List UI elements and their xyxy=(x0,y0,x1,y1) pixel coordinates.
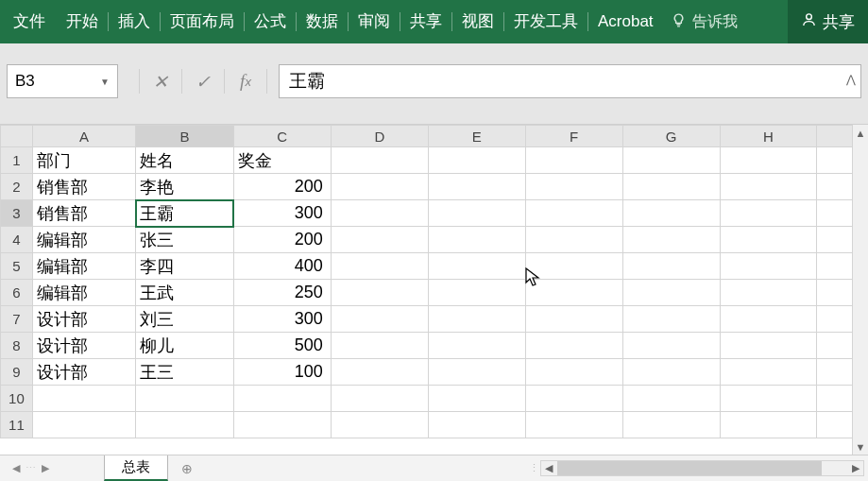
cell[interactable] xyxy=(525,412,622,438)
sheet-tab[interactable]: 总表 xyxy=(104,455,168,481)
cell[interactable] xyxy=(331,227,428,253)
cell[interactable] xyxy=(331,386,428,412)
cell[interactable] xyxy=(428,227,525,253)
row-header-9[interactable]: 9 xyxy=(1,359,33,386)
cell[interactable] xyxy=(525,147,622,174)
cell[interactable] xyxy=(720,412,817,438)
col-header-G[interactable]: G xyxy=(622,126,720,147)
nav-last-icon[interactable]: ▶ xyxy=(42,462,49,474)
cell[interactable]: 200 xyxy=(233,227,331,253)
row-header-3[interactable]: 3 xyxy=(1,200,33,227)
cell[interactable] xyxy=(525,200,622,227)
ribbon-tab-0[interactable]: 开始 xyxy=(59,0,106,43)
row-header-10[interactable]: 10 xyxy=(1,386,33,412)
cell[interactable] xyxy=(622,227,720,253)
cell[interactable] xyxy=(233,412,331,438)
cell[interactable] xyxy=(622,359,720,386)
cell[interactable] xyxy=(622,253,720,280)
horizontal-scrollbar[interactable]: ⋮ ◀ ▶ xyxy=(206,455,868,481)
cell[interactable] xyxy=(720,386,817,412)
ribbon-tab-2[interactable]: 页面布局 xyxy=(162,0,242,43)
ribbon-tab-1[interactable]: 插入 xyxy=(111,0,158,43)
cell[interactable]: 编辑部 xyxy=(32,227,135,253)
cell[interactable]: 400 xyxy=(233,253,331,280)
cell[interactable] xyxy=(331,333,428,359)
cell[interactable] xyxy=(428,147,525,174)
cell[interactable]: 李艳 xyxy=(136,174,233,200)
share-button[interactable]: 共享 xyxy=(788,0,868,43)
new-sheet-button[interactable]: ⊕ xyxy=(168,455,206,481)
cell[interactable] xyxy=(525,359,622,386)
cell[interactable] xyxy=(428,386,525,412)
cell[interactable] xyxy=(428,359,525,386)
cell[interactable]: 编辑部 xyxy=(32,280,135,306)
col-header-A[interactable]: A xyxy=(32,126,135,147)
cell[interactable] xyxy=(233,386,331,412)
cell[interactable]: 张三 xyxy=(136,227,233,253)
row-header-5[interactable]: 5 xyxy=(1,253,33,280)
cancel-formula-button[interactable]: ✕ xyxy=(140,64,181,98)
scroll-up-icon[interactable]: ▲ xyxy=(853,125,868,141)
cell[interactable] xyxy=(720,359,817,386)
cell[interactable] xyxy=(428,412,525,438)
row-header-1[interactable]: 1 xyxy=(1,147,33,174)
cell[interactable] xyxy=(331,253,428,280)
col-header-E[interactable]: E xyxy=(428,126,525,147)
vertical-scrollbar[interactable]: ▲ ▼ xyxy=(852,125,868,455)
cell[interactable]: 设计部 xyxy=(32,359,135,386)
row-header-2[interactable]: 2 xyxy=(1,174,33,200)
cell[interactable] xyxy=(622,174,720,200)
cell[interactable]: 编辑部 xyxy=(32,253,135,280)
cell[interactable] xyxy=(720,333,817,359)
cell[interactable] xyxy=(720,253,817,280)
file-tab[interactable]: 文件 xyxy=(0,0,59,43)
cell[interactable]: 设计部 xyxy=(32,333,135,359)
cell[interactable] xyxy=(720,200,817,227)
row-header-7[interactable]: 7 xyxy=(1,306,33,333)
ribbon-tab-3[interactable]: 公式 xyxy=(247,0,294,43)
cell[interactable]: 250 xyxy=(233,280,331,306)
cell[interactable] xyxy=(622,280,720,306)
cell[interactable]: 设计部 xyxy=(32,306,135,333)
cell[interactable] xyxy=(720,227,817,253)
cell[interactable]: 300 xyxy=(233,200,331,227)
cell[interactable] xyxy=(136,412,233,438)
tab-nav[interactable]: ◀ ⋯ ▶ xyxy=(0,455,104,481)
cell[interactable]: 300 xyxy=(233,306,331,333)
cell[interactable] xyxy=(331,359,428,386)
cell[interactable] xyxy=(622,333,720,359)
cell[interactable] xyxy=(428,253,525,280)
ribbon-tab-6[interactable]: 共享 xyxy=(402,0,450,43)
cell[interactable]: 李四 xyxy=(136,253,233,280)
spreadsheet-grid[interactable]: ABCDEFGH1部门姓名奖金2销售部李艳2003销售部王霸3004编辑部张三2… xyxy=(0,125,868,438)
cell[interactable]: 部门 xyxy=(32,147,135,174)
select-all-corner[interactable] xyxy=(1,126,33,147)
enter-formula-button[interactable]: ✓ xyxy=(182,64,224,98)
cell[interactable] xyxy=(720,306,817,333)
cell[interactable] xyxy=(331,412,428,438)
cell[interactable] xyxy=(720,174,817,200)
cell[interactable] xyxy=(525,386,622,412)
name-box[interactable]: B3 ▼ xyxy=(7,64,118,98)
cell[interactable] xyxy=(622,147,720,174)
cell[interactable] xyxy=(720,147,817,174)
ribbon-tab-5[interactable]: 审阅 xyxy=(350,0,398,43)
cell[interactable] xyxy=(32,386,135,412)
ribbon-tab-7[interactable]: 视图 xyxy=(454,0,502,43)
row-header-11[interactable]: 11 xyxy=(1,412,33,438)
cell[interactable] xyxy=(622,386,720,412)
col-header-F[interactable]: F xyxy=(525,126,622,147)
cell[interactable] xyxy=(622,412,720,438)
cell[interactable] xyxy=(525,253,622,280)
nav-first-icon[interactable]: ◀ xyxy=(12,462,20,474)
cell[interactable] xyxy=(331,280,428,306)
col-header-C[interactable]: C xyxy=(233,126,331,147)
expand-formula-icon[interactable]: ⋀ xyxy=(846,73,856,86)
cell[interactable]: 销售部 xyxy=(32,174,135,200)
cell[interactable]: 王三 xyxy=(136,359,233,386)
col-header-H[interactable]: H xyxy=(720,126,817,147)
cell[interactable]: 刘三 xyxy=(136,306,233,333)
cell[interactable]: 销售部 xyxy=(32,200,135,227)
cell[interactable]: 柳儿 xyxy=(136,333,233,359)
cell[interactable] xyxy=(525,333,622,359)
